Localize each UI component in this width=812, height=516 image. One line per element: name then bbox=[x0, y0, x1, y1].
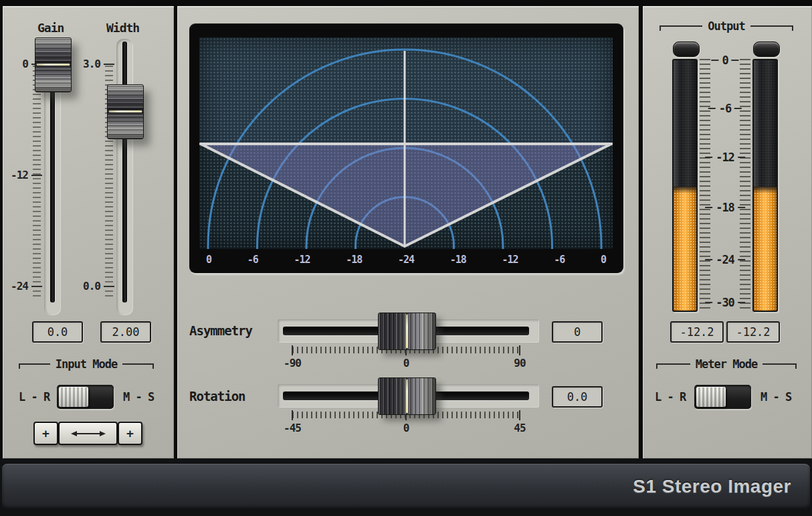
meter-scale-m6: -6 bbox=[708, 102, 742, 114]
input-mode-toggle[interactable] bbox=[57, 385, 114, 409]
width-label: Width bbox=[106, 21, 139, 35]
output-meter-left-fill bbox=[674, 187, 696, 311]
gain-value-box[interactable]: 0.0 bbox=[32, 321, 83, 343]
vector-display-screen bbox=[199, 37, 613, 249]
gain-scale-ticks bbox=[33, 66, 41, 298]
meter-mode-toggle[interactable] bbox=[694, 385, 751, 409]
output-meter-right bbox=[752, 59, 778, 312]
nudge-left-button[interactable]: + bbox=[33, 422, 58, 445]
gain-scale-minus24: -24 bbox=[6, 280, 42, 292]
output-left-value-box[interactable]: -12.2 bbox=[670, 321, 724, 343]
asymmetry-label: Asymmetry bbox=[189, 323, 252, 338]
rotation-value-box[interactable]: 0.0 bbox=[552, 386, 603, 408]
output-meter-left bbox=[672, 59, 698, 312]
left-panel: Gain Width 0 -12 -24 3.0 0.0 0.0 2.00 bbox=[3, 6, 174, 458]
gain-scale-minus12: -12 bbox=[6, 169, 42, 181]
plus-icon: + bbox=[42, 426, 49, 440]
width-scale-0: 0.0 bbox=[78, 280, 114, 292]
width-scale-3: 3.0 bbox=[78, 58, 114, 70]
rotation-slider-knob[interactable] bbox=[378, 377, 436, 415]
title-bar: S1 Stereo Imager bbox=[2, 464, 810, 509]
double-arrow-icon bbox=[69, 430, 108, 438]
meter-ticks-right bbox=[740, 59, 750, 309]
spread-button[interactable] bbox=[58, 422, 118, 445]
plugin-title: S1 Stereo Imager bbox=[633, 464, 791, 509]
plugin-window: Gain Width 0 -12 -24 3.0 0.0 0.0 2.00 bbox=[0, 0, 812, 516]
input-mode-lr-label: L - R bbox=[19, 390, 49, 404]
center-panel: 0 -6 -12 -18 -24 -18 -12 -6 0 Asymmetry … bbox=[177, 6, 639, 458]
stereo-vector-graphic bbox=[199, 37, 613, 249]
meter-mode-ms-label: M - S bbox=[760, 390, 791, 404]
output-right-value-box[interactable]: -12.2 bbox=[726, 321, 780, 343]
clip-indicator-left[interactable] bbox=[673, 41, 700, 57]
nudge-right-button[interactable]: + bbox=[118, 422, 142, 445]
width-fader-knob[interactable] bbox=[107, 84, 144, 139]
plus-icon: + bbox=[126, 426, 134, 440]
output-meter-right-fill bbox=[754, 187, 777, 311]
input-mode-header: Input Mode bbox=[19, 359, 154, 369]
width-value-box[interactable]: 2.00 bbox=[100, 321, 151, 343]
rotation-label: Rotation bbox=[189, 389, 245, 404]
meter-mode-header: Meter Mode bbox=[656, 359, 797, 369]
meter-ticks-left bbox=[700, 59, 710, 309]
gain-label: Gain bbox=[37, 21, 64, 35]
vector-display-bezel: 0 -6 -12 -18 -24 -18 -12 -6 0 bbox=[189, 23, 623, 273]
display-db-scale: 0 -6 -12 -18 -24 -18 -12 -6 0 bbox=[199, 250, 613, 269]
gain-fader-knob[interactable] bbox=[35, 37, 72, 92]
meter-scale-m12: -12 bbox=[705, 151, 745, 163]
bottom-strip: S1 Stereo Imager bbox=[0, 458, 812, 516]
meter-scale-0: 0 bbox=[711, 54, 738, 66]
meter-scale-m30: -30 bbox=[705, 296, 745, 309]
meter-mode-toggle-handle[interactable] bbox=[696, 387, 726, 407]
input-mode-ms-label: M - S bbox=[123, 390, 154, 404]
input-mode-toggle-handle[interactable] bbox=[59, 387, 88, 407]
output-header: Output bbox=[659, 21, 793, 31]
asymmetry-value-box[interactable]: 0 bbox=[552, 321, 603, 343]
asymmetry-slider-knob[interactable] bbox=[378, 313, 436, 350]
meter-mode-lr-label: L - R bbox=[655, 390, 686, 404]
right-panel: Output 0 -6 -12 -18 -24 -30 -12.2 -12.2 … bbox=[643, 6, 812, 458]
clip-indicator-right[interactable] bbox=[753, 41, 780, 57]
meter-scale-m24: -24 bbox=[705, 254, 745, 266]
meter-scale-m18: -18 bbox=[705, 201, 745, 213]
width-fader-rail bbox=[122, 41, 127, 303]
